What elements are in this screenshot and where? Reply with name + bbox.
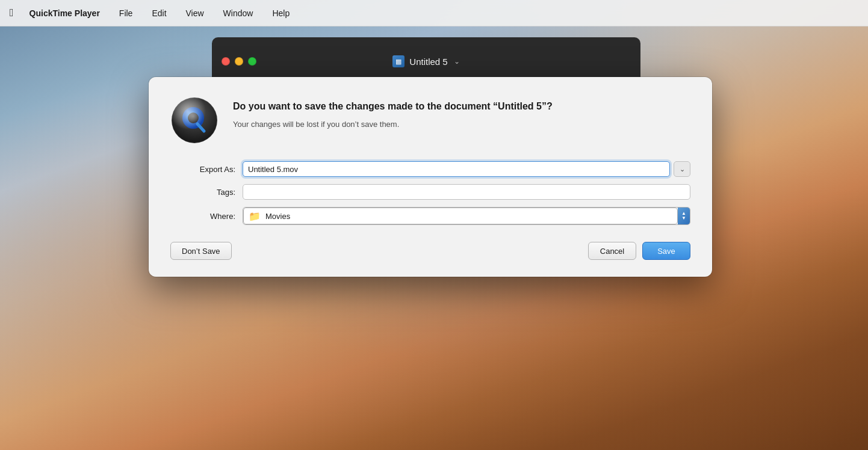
apple-menu-icon[interactable]:  [10,7,14,19]
dialog-form: Export As: ⌄ Tags: Where: 📁 Movie [170,161,690,225]
menubar-window[interactable]: Window [220,6,257,20]
dialog-header: Do you want to save the changes made to … [170,96,690,144]
menubar-help[interactable]: Help [268,6,293,20]
tags-field-wrapper [243,184,690,200]
window-file-icon: ▩ [392,55,405,67]
traffic-lights [222,57,256,66]
export-as-input[interactable] [243,161,670,177]
window-title-area: ▩ Untitled 5 ⌄ [392,55,459,67]
where-label: Where: [170,212,243,221]
folder-icon: 📁 [249,211,261,222]
window-title: Untitled 5 [409,57,447,67]
menubar-file[interactable]: File [116,6,137,20]
menubar-view[interactable]: View [182,6,208,20]
where-select-inner: 📁 Movies [249,211,672,222]
export-as-row: Export As: ⌄ [170,161,690,177]
export-as-dropdown-button[interactable]: ⌄ [674,161,690,177]
where-select-wrapper[interactable]: 📁 Movies ▲ ▼ [243,207,690,225]
tags-row: Tags: [170,184,690,200]
stepper-down-icon: ▼ [681,216,686,221]
btn-right-group: Cancel Save [588,242,690,260]
tags-input[interactable] [243,184,690,200]
tags-label: Tags: [170,188,243,197]
export-as-label: Export As: [170,165,243,174]
maximize-button[interactable] [248,57,256,66]
save-button[interactable]: Save [642,242,690,260]
window-title-dropdown[interactable]: ⌄ [454,57,460,66]
menubar-edit[interactable]: Edit [148,6,170,20]
minimize-button[interactable] [235,57,243,66]
dialog-title: Do you want to save the changes made to … [233,100,690,113]
menubar-quicktime[interactable]: QuickTime Player [26,6,104,20]
menubar:  QuickTime Player File Edit View Window… [0,0,868,26]
btn-left-group: Don’t Save [170,242,232,260]
export-as-field-wrapper: ⌄ [243,161,690,177]
where-select[interactable]: 📁 Movies [243,208,678,224]
where-field-wrapper: 📁 Movies ▲ ▼ [243,207,690,225]
where-stepper[interactable]: ▲ ▼ [678,208,690,224]
where-value: Movies [265,212,290,221]
dont-save-button[interactable]: Don’t Save [170,242,232,260]
app-icon [170,96,219,144]
cancel-button[interactable]: Cancel [588,242,636,260]
dialog-buttons: Don’t Save Cancel Save [170,242,690,260]
dialog-subtitle: Your changes will be lost if you don’t s… [233,119,690,130]
where-row: Where: 📁 Movies ▲ ▼ [170,207,690,225]
save-dialog: Do you want to save the changes made to … [149,77,712,277]
close-button[interactable] [222,57,230,66]
dialog-text-area: Do you want to save the changes made to … [233,96,690,131]
